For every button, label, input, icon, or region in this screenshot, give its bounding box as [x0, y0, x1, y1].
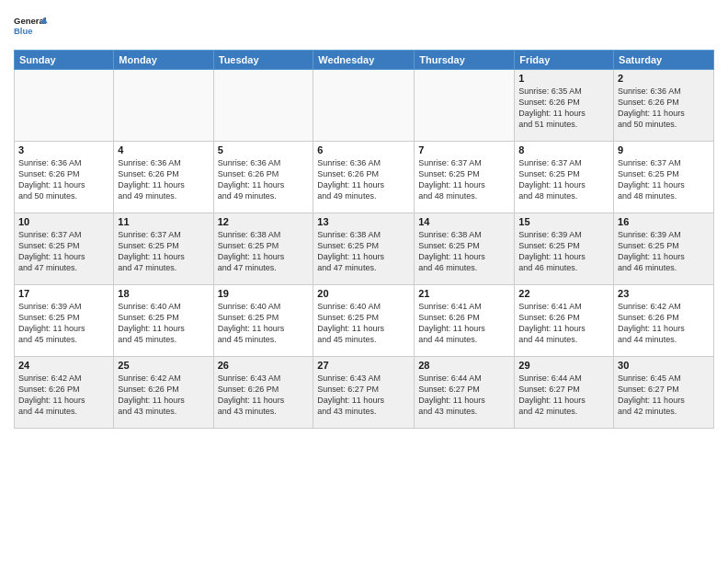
- calendar-cell: 24Sunrise: 6:42 AM Sunset: 6:26 PM Dayli…: [15, 357, 114, 429]
- day-info: Sunrise: 6:37 AM Sunset: 6:25 PM Dayligh…: [418, 157, 510, 202]
- calendar-cell: [15, 70, 114, 142]
- day-info: Sunrise: 6:38 AM Sunset: 6:25 PM Dayligh…: [317, 229, 410, 274]
- day-number: 12: [218, 216, 310, 227]
- day-info: Sunrise: 6:44 AM Sunset: 6:27 PM Dayligh…: [418, 373, 510, 418]
- day-info: Sunrise: 6:37 AM Sunset: 6:25 PM Dayligh…: [618, 157, 710, 202]
- calendar-cell: 18Sunrise: 6:40 AM Sunset: 6:25 PM Dayli…: [114, 285, 213, 357]
- col-header-wednesday: Wednesday: [313, 51, 415, 70]
- calendar-cell: 4Sunrise: 6:36 AM Sunset: 6:26 PM Daylig…: [114, 142, 213, 213]
- day-number: 5: [218, 144, 310, 155]
- day-info: Sunrise: 6:45 AM Sunset: 6:27 PM Dayligh…: [618, 373, 710, 418]
- day-info: Sunrise: 6:39 AM Sunset: 6:25 PM Dayligh…: [18, 301, 109, 346]
- calendar-cell: 27Sunrise: 6:43 AM Sunset: 6:27 PM Dayli…: [313, 357, 415, 429]
- calendar-cell: 25Sunrise: 6:42 AM Sunset: 6:26 PM Dayli…: [114, 357, 213, 429]
- day-info: Sunrise: 6:40 AM Sunset: 6:25 PM Dayligh…: [218, 301, 310, 346]
- day-info: Sunrise: 6:36 AM Sunset: 6:26 PM Dayligh…: [317, 157, 410, 202]
- day-info: Sunrise: 6:38 AM Sunset: 6:25 PM Dayligh…: [418, 229, 510, 274]
- col-header-thursday: Thursday: [415, 51, 515, 70]
- calendar-cell: 9Sunrise: 6:37 AM Sunset: 6:25 PM Daylig…: [614, 142, 714, 213]
- calendar-cell: 20Sunrise: 6:40 AM Sunset: 6:25 PM Dayli…: [313, 285, 415, 357]
- calendar-cell: 3Sunrise: 6:36 AM Sunset: 6:26 PM Daylig…: [15, 142, 114, 213]
- calendar-cell: 19Sunrise: 6:40 AM Sunset: 6:25 PM Dayli…: [213, 285, 313, 357]
- day-number: 18: [118, 288, 209, 299]
- week-row-2: 10Sunrise: 6:37 AM Sunset: 6:25 PM Dayli…: [15, 213, 714, 285]
- day-number: 3: [18, 144, 109, 155]
- calendar-cell: 13Sunrise: 6:38 AM Sunset: 6:25 PM Dayli…: [313, 213, 415, 285]
- svg-text:Blue: Blue: [14, 26, 33, 36]
- day-number: 17: [18, 288, 109, 299]
- day-info: Sunrise: 6:41 AM Sunset: 6:26 PM Dayligh…: [518, 301, 609, 346]
- calendar-header-row: SundayMondayTuesdayWednesdayThursdayFrid…: [15, 51, 714, 70]
- calendar-cell: 8Sunrise: 6:37 AM Sunset: 6:25 PM Daylig…: [515, 142, 614, 213]
- day-info: Sunrise: 6:37 AM Sunset: 6:25 PM Dayligh…: [18, 229, 109, 274]
- col-header-monday: Monday: [114, 51, 213, 70]
- calendar-cell: 21Sunrise: 6:41 AM Sunset: 6:26 PM Dayli…: [415, 285, 515, 357]
- calendar-cell: 7Sunrise: 6:37 AM Sunset: 6:25 PM Daylig…: [415, 142, 515, 213]
- header: General Blue: [14, 9, 714, 44]
- day-info: Sunrise: 6:40 AM Sunset: 6:25 PM Dayligh…: [118, 301, 209, 346]
- day-number: 15: [518, 216, 609, 227]
- day-number: 27: [317, 360, 410, 371]
- week-row-1: 3Sunrise: 6:36 AM Sunset: 6:26 PM Daylig…: [15, 142, 714, 213]
- day-number: 24: [18, 360, 109, 371]
- day-info: Sunrise: 6:43 AM Sunset: 6:27 PM Dayligh…: [317, 373, 410, 418]
- calendar-cell: 2Sunrise: 6:36 AM Sunset: 6:26 PM Daylig…: [614, 70, 714, 142]
- day-info: Sunrise: 6:42 AM Sunset: 6:26 PM Dayligh…: [118, 373, 209, 418]
- day-number: 30: [618, 360, 710, 371]
- day-number: 19: [218, 288, 310, 299]
- day-number: 25: [118, 360, 209, 371]
- day-number: 8: [518, 144, 609, 155]
- calendar-cell: 23Sunrise: 6:42 AM Sunset: 6:26 PM Dayli…: [614, 285, 714, 357]
- day-number: 13: [317, 216, 410, 227]
- svg-text:General: General: [14, 16, 46, 26]
- calendar-table: SundayMondayTuesdayWednesdayThursdayFrid…: [14, 50, 714, 429]
- day-number: 20: [317, 288, 410, 299]
- day-number: 2: [618, 73, 710, 84]
- day-number: 11: [118, 216, 209, 227]
- logo-svg: General Blue: [14, 9, 49, 44]
- day-number: 21: [418, 288, 510, 299]
- col-header-friday: Friday: [515, 51, 614, 70]
- calendar-cell: 26Sunrise: 6:43 AM Sunset: 6:26 PM Dayli…: [213, 357, 313, 429]
- day-info: Sunrise: 6:36 AM Sunset: 6:26 PM Dayligh…: [18, 157, 109, 202]
- logo: General Blue: [14, 9, 49, 44]
- day-number: 26: [218, 360, 310, 371]
- day-number: 7: [418, 144, 510, 155]
- calendar-cell: 16Sunrise: 6:39 AM Sunset: 6:25 PM Dayli…: [614, 213, 714, 285]
- day-info: Sunrise: 6:39 AM Sunset: 6:25 PM Dayligh…: [518, 229, 609, 274]
- week-row-0: 1Sunrise: 6:35 AM Sunset: 6:26 PM Daylig…: [15, 70, 714, 142]
- calendar-cell: [213, 70, 313, 142]
- calendar-cell: 1Sunrise: 6:35 AM Sunset: 6:26 PM Daylig…: [515, 70, 614, 142]
- day-number: 28: [418, 360, 510, 371]
- col-header-sunday: Sunday: [15, 51, 114, 70]
- calendar-cell: 11Sunrise: 6:37 AM Sunset: 6:25 PM Dayli…: [114, 213, 213, 285]
- day-number: 6: [317, 144, 410, 155]
- day-info: Sunrise: 6:35 AM Sunset: 6:26 PM Dayligh…: [518, 86, 609, 131]
- calendar-cell: 30Sunrise: 6:45 AM Sunset: 6:27 PM Dayli…: [614, 357, 714, 429]
- day-info: Sunrise: 6:36 AM Sunset: 6:26 PM Dayligh…: [118, 157, 209, 202]
- day-number: 9: [618, 144, 710, 155]
- day-number: 1: [518, 73, 609, 84]
- page: General Blue SundayMondayTuesdayWednesda…: [0, 0, 728, 563]
- calendar-cell: 17Sunrise: 6:39 AM Sunset: 6:25 PM Dayli…: [15, 285, 114, 357]
- day-number: 23: [618, 288, 710, 299]
- calendar-cell: 6Sunrise: 6:36 AM Sunset: 6:26 PM Daylig…: [313, 142, 415, 213]
- calendar-cell: 5Sunrise: 6:36 AM Sunset: 6:26 PM Daylig…: [213, 142, 313, 213]
- day-info: Sunrise: 6:36 AM Sunset: 6:26 PM Dayligh…: [218, 157, 310, 202]
- calendar-cell: [313, 70, 415, 142]
- day-number: 4: [118, 144, 209, 155]
- calendar-cell: 28Sunrise: 6:44 AM Sunset: 6:27 PM Dayli…: [415, 357, 515, 429]
- calendar-cell: [114, 70, 213, 142]
- calendar-cell: 15Sunrise: 6:39 AM Sunset: 6:25 PM Dayli…: [515, 213, 614, 285]
- day-info: Sunrise: 6:39 AM Sunset: 6:25 PM Dayligh…: [618, 229, 710, 274]
- day-info: Sunrise: 6:37 AM Sunset: 6:25 PM Dayligh…: [518, 157, 609, 202]
- day-info: Sunrise: 6:42 AM Sunset: 6:26 PM Dayligh…: [618, 301, 710, 346]
- calendar-cell: 29Sunrise: 6:44 AM Sunset: 6:27 PM Dayli…: [515, 357, 614, 429]
- day-number: 22: [518, 288, 609, 299]
- day-info: Sunrise: 6:37 AM Sunset: 6:25 PM Dayligh…: [118, 229, 209, 274]
- calendar-cell: 10Sunrise: 6:37 AM Sunset: 6:25 PM Dayli…: [15, 213, 114, 285]
- day-info: Sunrise: 6:44 AM Sunset: 6:27 PM Dayligh…: [518, 373, 609, 418]
- calendar-cell: [415, 70, 515, 142]
- calendar-cell: 22Sunrise: 6:41 AM Sunset: 6:26 PM Dayli…: [515, 285, 614, 357]
- day-number: 29: [518, 360, 609, 371]
